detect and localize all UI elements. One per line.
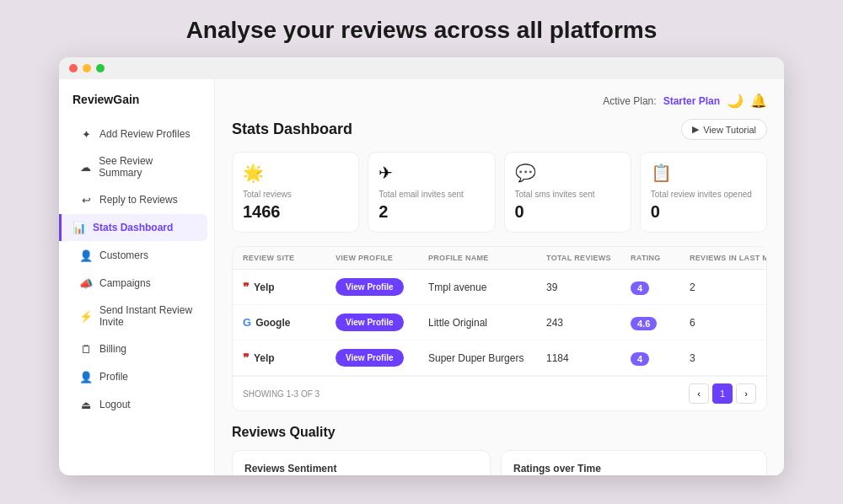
sidebar-item-billing[interactable]: 🗒 Billing — [66, 335, 207, 362]
view-profile-button-3[interactable]: View Profile — [336, 349, 404, 367]
ratings-over-time-card: Ratings over Time Yelp rating Google rat… — [501, 450, 767, 475]
sidebar-item-send-instant[interactable]: ⚡ Send Instant Review Invite — [66, 298, 207, 335]
cloud-icon: ☁ — [79, 160, 92, 174]
ratings-title: Ratings over Time — [513, 463, 754, 475]
total-reviews-1: 39 — [546, 281, 631, 293]
sidebar-item-campaigns[interactable]: 📣 Campaigns — [66, 270, 207, 297]
reviews-table: REVIEW SITE VIEW PROFILE PROFILE NAME TO… — [232, 246, 767, 411]
instant-icon: ⚡ — [79, 309, 93, 323]
top-bar: Active Plan: Starter Plan 🌙 🔔 — [232, 93, 767, 109]
profile-name-1: Tmpl avenue — [428, 281, 546, 293]
stat-card-email-invites: ✈ Total email invites sent 2 — [368, 152, 495, 233]
sidebar-item-customers[interactable]: 👤 Customers — [66, 242, 207, 269]
yelp-logo-icon-2: ❞ — [243, 351, 250, 365]
billing-icon: 🗒 — [79, 342, 93, 356]
reviews-last-month-3: 3 — [690, 352, 767, 364]
sidebar-item-label: Profile — [99, 371, 128, 383]
logout-icon: ⏏ — [79, 398, 93, 411]
sidebar-item-see-review-summary[interactable]: ☁ See Review Summary — [66, 148, 207, 185]
site-name-yelp-1: ❞ Yelp — [243, 281, 336, 294]
table-row: G Google View Profile Little Original 24… — [233, 305, 766, 340]
th-view-profile: VIEW PROFILE — [336, 254, 428, 262]
sms-invites-label: Total sms invites sent — [515, 190, 620, 199]
th-total-reviews: TOTAL REVIEWS — [546, 254, 631, 262]
sidebar-item-logout[interactable]: ⏏ Logout — [66, 391, 207, 418]
reviews-last-month-2: 6 — [690, 317, 767, 329]
sidebar-item-label: Add Review Profiles — [99, 128, 190, 140]
th-profile-name: PROFILE NAME — [428, 254, 546, 262]
sidebar-item-label: Customers — [99, 249, 148, 261]
rating-badge-3: 4 — [631, 352, 649, 366]
invites-opened-icon: 📋 — [651, 163, 756, 183]
total-reviews-value: 1466 — [243, 202, 348, 222]
active-plan-label: Active Plan: — [603, 95, 656, 107]
profile-name-2: Little Original — [428, 317, 546, 329]
th-rating: RATING — [631, 254, 690, 262]
notification-icon[interactable]: 🔔 — [750, 93, 767, 109]
play-icon: ▶ — [692, 124, 699, 135]
view-profile-cell: View Profile — [336, 314, 428, 331]
rating-badge-2: 4.6 — [631, 317, 657, 330]
add-review-icon: ✦ — [79, 127, 93, 141]
quality-cards: Reviews Sentiment Positive Neutral — [232, 450, 767, 475]
site-name-yelp-2: ❞ Yelp — [243, 351, 336, 365]
app-layout: ReviewGain ✦ Add Review Profiles ☁ See R… — [59, 79, 784, 475]
sidebar-item-label: Stats Dashboard — [93, 222, 173, 233]
reviews-last-month-1: 2 — [690, 281, 767, 293]
sidebar-item-add-review-profiles[interactable]: ✦ Add Review Profiles — [66, 121, 207, 147]
sms-invites-value: 0 — [515, 202, 620, 222]
customers-icon: 👤 — [79, 249, 93, 262]
th-reviews-last-month: REVIEWS IN LAST MONTH — [690, 254, 767, 262]
sidebar-item-label: See Review Summary — [99, 155, 194, 179]
sidebar: ReviewGain ✦ Add Review Profiles ☁ See R… — [59, 79, 215, 475]
view-profile-cell: View Profile — [336, 278, 428, 296]
sidebar-item-label: Logout — [99, 399, 131, 410]
reviews-sentiment-card: Reviews Sentiment Positive Neutral — [232, 450, 491, 475]
view-profile-button-1[interactable]: View Profile — [336, 278, 404, 296]
browser-window: ReviewGain ✦ Add Review Profiles ☁ See R… — [59, 57, 784, 475]
dot-green — [96, 64, 105, 72]
dot-red — [69, 64, 78, 72]
stats-icon: 📊 — [72, 221, 86, 234]
site-label: Google — [255, 317, 290, 329]
th-review-site: REVIEW SITE — [243, 254, 336, 262]
site-label: Yelp — [254, 281, 275, 293]
reviews-quality-section: Reviews Quality Reviews Sentiment Positi… — [232, 425, 767, 475]
sidebar-item-label: Billing — [99, 343, 126, 355]
email-invites-value: 2 — [379, 202, 484, 222]
sidebar-item-stats-dashboard[interactable]: 📊 Stats Dashboard — [59, 214, 207, 241]
main-content: Active Plan: Starter Plan 🌙 🔔 Stats Dash… — [215, 79, 784, 475]
total-reviews-label: Total reviews — [243, 190, 348, 199]
sidebar-item-reply-to-reviews[interactable]: ↩ Reply to Reviews — [66, 186, 207, 213]
browser-bar — [59, 57, 784, 79]
table-row: ❞ Yelp View Profile Super Duper Burgers … — [233, 340, 766, 376]
tutorial-label: View Tutorial — [703, 125, 756, 135]
dot-yellow — [83, 64, 91, 72]
rating-cell-2: 4.6 — [631, 315, 690, 330]
rating-badge-1: 4 — [631, 281, 649, 295]
sidebar-item-profile[interactable]: 👤 Profile — [66, 363, 207, 390]
pagination: SHOWING 1-3 OF 3 ‹ 1 › — [233, 376, 766, 410]
prev-page-button[interactable]: ‹ — [689, 383, 709, 404]
sms-icon: 💬 — [515, 163, 620, 183]
view-profile-cell: View Profile — [336, 349, 428, 367]
table-header: REVIEW SITE VIEW PROFILE PROFILE NAME TO… — [233, 247, 766, 270]
sidebar-item-label: Campaigns — [99, 277, 151, 289]
email-icon: ✈ — [379, 163, 484, 183]
moon-icon[interactable]: 🌙 — [727, 93, 744, 109]
stat-card-invites-opened: 📋 Total review invites opened 0 — [640, 152, 767, 233]
total-reviews-2: 243 — [546, 317, 631, 329]
rating-cell-1: 4 — [631, 280, 690, 295]
site-name-google: G Google — [243, 316, 336, 329]
page-controls: ‹ 1 › — [689, 383, 756, 404]
next-page-button[interactable]: › — [736, 383, 756, 404]
table-row: ❞ Yelp View Profile Tmpl avenue 39 4 2 0 — [233, 270, 766, 305]
google-logo-icon: G — [243, 316, 251, 329]
reply-icon: ↩ — [79, 193, 93, 206]
page-1-button[interactable]: 1 — [712, 383, 733, 404]
view-profile-button-2[interactable]: View Profile — [336, 314, 404, 331]
sidebar-logo: ReviewGain — [59, 93, 214, 120]
stat-card-total-reviews: 🌟 Total reviews 1466 — [232, 152, 359, 233]
view-tutorial-button[interactable]: ▶ View Tutorial — [681, 119, 767, 140]
rating-cell-3: 4 — [631, 351, 690, 366]
